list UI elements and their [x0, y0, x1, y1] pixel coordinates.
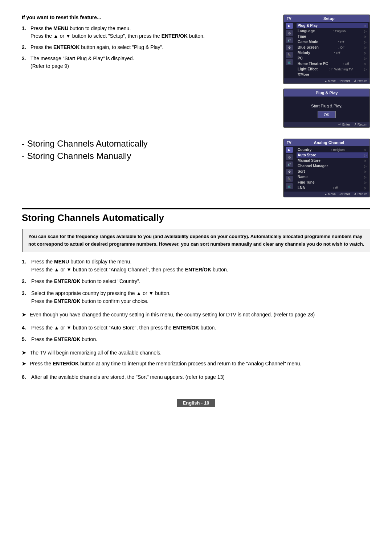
- step-num: 5.: [22, 335, 28, 343]
- sidebar-icon-ch6: 📺: [286, 183, 293, 189]
- analog-tv-screen: TV Analog Channel ▶ ◎ 🔊 ⚙ 🔌 📺: [283, 139, 370, 197]
- menu-item-game: Game Mode : Off ▷: [297, 39, 368, 45]
- analog-footer-return: ↺ Return: [354, 192, 367, 196]
- left-instructions: If you want to reset this feature... 1. …: [22, 15, 272, 128]
- analog-item-fine-tune: Fine Tune ▷: [297, 180, 368, 185]
- tv-header: TV Setup: [284, 15, 369, 22]
- top-steps-list: 1. Press the MENU button to display the …: [22, 25, 272, 70]
- step-content: Press the ENTER/OK button.: [31, 335, 370, 343]
- note-arrow: ➤: [22, 349, 28, 357]
- sidebar-icon-ch2: ◎: [286, 154, 293, 160]
- menu-item-pc: PC ▷: [297, 56, 368, 61]
- main-section-heading: Storing Channels Automatically: [22, 208, 370, 224]
- footer-return: ↺ Return: [354, 79, 367, 83]
- menu-item-home-theatre: Home Theatre PC : Off ▷: [297, 61, 368, 66]
- note-arrow: ➤: [22, 311, 28, 319]
- main-title: Storing Channels Automatically: [22, 212, 370, 224]
- step-num: 6.: [22, 373, 28, 381]
- step-num: 1.: [22, 258, 28, 266]
- main-steps-list-3: 6. After all the available channels are …: [22, 373, 370, 381]
- step-text: The message "Start Plug & Play" is displ…: [30, 55, 134, 70]
- notes-list-2: ➤ The TV will begin memorizing all of th…: [22, 349, 370, 368]
- sidebar-icon-2: ◎: [286, 30, 293, 36]
- dialog-footer: ↵ Enter ↺ Return: [284, 122, 369, 127]
- analog-item-sort: Sort ▷: [297, 169, 368, 174]
- analog-tv-footer: ⬥ Move ↵Enter ↺ Return: [284, 192, 369, 197]
- step-num: 4.: [22, 324, 28, 332]
- tv-label: TV: [287, 141, 291, 145]
- dialog-message: Start Plug & Play.: [287, 104, 366, 108]
- step-num: 1.: [22, 25, 28, 40]
- step-content: After all the available channels are sto…: [31, 373, 370, 381]
- dialog-footer-return: ↺ Return: [354, 123, 367, 126]
- step-text: Press the ENTER/OK button again, to sele…: [30, 44, 163, 51]
- sidebar-icon-4: ⚙: [286, 45, 293, 50]
- analog-item-manual-store: Manual Store ▷: [297, 158, 368, 163]
- top-step-3: 3. The message "Start Plug & Play" is di…: [22, 55, 272, 70]
- menu-item-light: Light Effect : In Watching TV ▷: [297, 66, 368, 72]
- step-content: Select the appropriate country by pressi…: [31, 289, 370, 306]
- note-text: Even though you have changed the country…: [30, 311, 315, 319]
- footer-move: ⬥ Move: [325, 79, 336, 83]
- step-content: Press the ENTER/OK button to select "Cou…: [31, 277, 370, 285]
- step-num: 2.: [22, 44, 28, 51]
- main-step-1: 1. Press the MENU button to display the …: [22, 258, 370, 274]
- tv-main: Plug & Play ▷ Language : English ▷ Time …: [295, 22, 369, 78]
- analog-item-auto-store: Auto Store ▷: [297, 152, 368, 158]
- analog-item-lna: LNA : Off ▷: [297, 185, 368, 190]
- sidebar-icon-ch3: 🔊: [286, 161, 293, 167]
- main-step-6: 6. After all the available channels are …: [22, 373, 370, 381]
- sidebar-icon-6: 📺: [286, 59, 293, 65]
- sidebar-icon-1: ▶: [286, 23, 293, 29]
- analog-tv-header: TV Analog Channel: [284, 139, 369, 146]
- step-num: 2.: [22, 277, 28, 285]
- analog-screen-title: Analog Channel: [291, 140, 367, 145]
- sidebar-icon-ch1: ▶: [286, 147, 293, 153]
- analog-tv-main: Country : Belgium ▷ Auto Store ▷ Manual …: [295, 146, 369, 192]
- feature-heading: If you want to reset this feature...: [22, 15, 272, 20]
- note-3: ➤ Press the ENTER/OK button at any time …: [22, 360, 370, 368]
- analog-tv-sidebar: ▶ ◎ 🔊 ⚙ 🔌 📺: [284, 146, 295, 192]
- sidebar-icon-ch4: ⚙: [286, 169, 293, 175]
- step-num: 3.: [22, 55, 28, 70]
- channel-section: - Storing Channels Automatically - Stori…: [22, 139, 370, 197]
- sidebar-icon-ch5: 🔌: [286, 176, 293, 182]
- main-steps-list: 1. Press the MENU button to display the …: [22, 258, 370, 306]
- analog-item-country: Country : Belgium ▷: [297, 147, 368, 152]
- note-1: ➤ Even though you have changed the count…: [22, 311, 370, 319]
- dialog-header: Plug & Play: [284, 89, 369, 97]
- menu-item-more: ▽More: [297, 72, 368, 77]
- sidebar-icon-5: 🔌: [286, 52, 293, 58]
- setup-tv-screen: TV Setup ▶ ◎ 🔊 ⚙ 🔌 📺 Plug: [283, 15, 370, 84]
- note-text: The TV will begin memorizing all of the …: [30, 349, 162, 357]
- main-steps-list-2: 4. Press the ▲ or ▼ button to select "Au…: [22, 324, 370, 344]
- screen-title: Setup: [291, 16, 367, 21]
- note-text: Press the ENTER/OK button at any time to…: [30, 360, 301, 368]
- menu-item-time: Time ▷: [297, 34, 368, 39]
- info-text: You can scan for the frequency ranges av…: [28, 234, 364, 247]
- top-step-2: 2. Press the ENTER/OK button again, to s…: [22, 44, 272, 51]
- tv-footer: ⬥ Move ↵Enter ↺ Return: [284, 78, 369, 83]
- main-step-4: 4. Press the ▲ or ▼ button to select "Au…: [22, 324, 370, 332]
- channel-heading-1: - Storing Channels Automatically: [22, 139, 272, 149]
- analog-channel-section: TV Analog Channel ▶ ◎ 🔊 ⚙ 🔌 📺: [283, 139, 370, 197]
- menu-item-blue: Blue Screen : Off ▷: [297, 45, 368, 50]
- analog-footer-enter: ↵Enter: [339, 192, 350, 196]
- top-section: If you want to reset this feature... 1. …: [22, 15, 370, 128]
- top-step-1: 1. Press the MENU button to display the …: [22, 25, 272, 40]
- info-box: You can scan for the frequency ranges av…: [22, 229, 370, 252]
- menu-item-plug-play: Plug & Play ▷: [297, 23, 368, 28]
- note-arrow: ➤: [22, 360, 28, 368]
- step-content: Press the ▲ or ▼ button to select "Auto …: [31, 324, 370, 332]
- analog-footer-move: ⬥ Move: [325, 192, 336, 196]
- note-2: ➤ The TV will begin memorizing all of th…: [22, 349, 370, 357]
- step-num: 3.: [22, 289, 28, 297]
- dialog-ok: OK: [318, 111, 336, 118]
- footer-enter: ↵Enter: [339, 79, 350, 83]
- step-content: Press the MENU button to display the men…: [31, 258, 370, 274]
- notes-list-1: ➤ Even though you have changed the count…: [22, 311, 370, 319]
- dialog-footer-enter: ↵ Enter: [338, 123, 350, 126]
- tv-sidebar: ▶ ◎ 🔊 ⚙ 🔌 📺: [284, 22, 295, 78]
- main-step-2: 2. Press the ENTER/OK button to select "…: [22, 277, 370, 285]
- tv-body: ▶ ◎ 🔊 ⚙ 🔌 📺 Plug & Play ▷ Language: [284, 22, 369, 78]
